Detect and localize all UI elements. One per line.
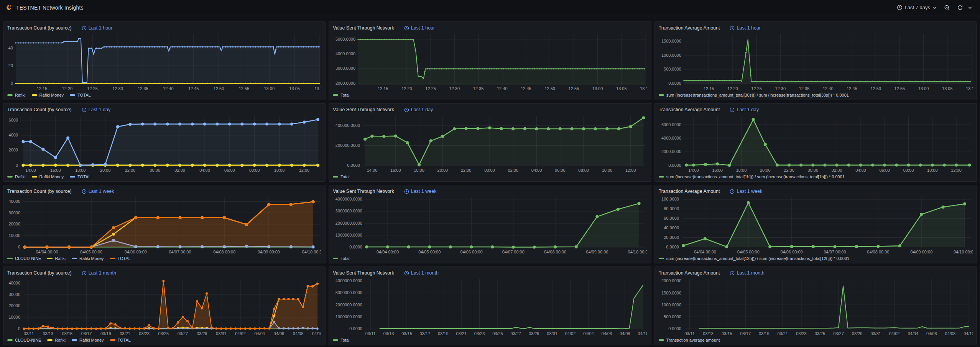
- svg-text:14:00: 14:00: [25, 168, 36, 173]
- svg-text:4000.0000: 4000.0000: [661, 136, 681, 140]
- panel-title[interactable]: Transaction Count (by source): [7, 25, 72, 31]
- chart-canvas[interactable]: 01000020000300004000004/04 00:0004/05 00…: [7, 196, 321, 255]
- chart-canvas[interactable]: 0.0000500.00001000.00001500.00002000.000…: [659, 277, 973, 337]
- svg-text:2000000.0000: 2000000.0000: [335, 221, 362, 225]
- panel-time-range-link[interactable]: Last 1 hour: [730, 25, 761, 31]
- legend-item[interactable]: Rafiki: [47, 256, 66, 261]
- svg-text:16:00: 16:00: [50, 168, 61, 173]
- panel-title[interactable]: Value Sent Through Network: [333, 107, 394, 112]
- svg-text:04/02: 04/02: [235, 331, 246, 336]
- legend-item[interactable]: Total: [333, 93, 349, 97]
- legend-item[interactable]: Rafiki Money: [32, 93, 64, 97]
- panel-time-range-link[interactable]: Last 1 month: [730, 270, 764, 276]
- svg-text:0: 0: [11, 81, 13, 86]
- panel-title[interactable]: Transaction Count (by source): [7, 270, 72, 276]
- panel-header: Transaction Count (by source)Last 1 mont…: [7, 269, 321, 277]
- svg-text:13:10: 13:10: [640, 86, 647, 91]
- legend-item[interactable]: CLOUD-NINE: [7, 338, 41, 342]
- svg-text:12:25: 12:25: [751, 86, 762, 91]
- legend-label: Total: [340, 174, 349, 179]
- legend-item[interactable]: Total: [333, 338, 349, 342]
- panel-title[interactable]: Transaction Count (by source): [7, 189, 72, 194]
- refresh-button[interactable]: [955, 3, 965, 12]
- chart-canvas[interactable]: 0204012:1512:2012:2512:3012:3512:4012:45…: [7, 32, 321, 92]
- panel-time-range-link[interactable]: Last 1 month: [82, 270, 116, 276]
- chart-canvas[interactable]: 0.00001000000.00002000000.00003000000.00…: [333, 196, 647, 255]
- chart-canvas[interactable]: 0.0000500.00001000.00001500.000012:1512:…: [659, 32, 973, 92]
- svg-text:12:15: 12:15: [378, 86, 388, 91]
- legend-item[interactable]: CLOUD-NINE: [7, 256, 41, 261]
- legend-item[interactable]: Rafiki Money: [32, 174, 64, 179]
- panel-time-range-link[interactable]: Last 1 month: [404, 270, 439, 276]
- chart-canvas[interactable]: 0.000020.000040.000060.000080.0000100.00…: [659, 196, 973, 255]
- panel-time-range-link[interactable]: Last 1 week: [404, 189, 437, 194]
- legend-item[interactable]: Rafiki Money: [72, 338, 104, 342]
- chart-canvas[interactable]: 0.0000200000.0000400000.000014:0016:0018…: [333, 114, 647, 173]
- svg-text:10:00: 10:00: [274, 168, 285, 173]
- panel-time-range-label: Last 1 hour: [89, 25, 113, 31]
- panel-time-range-link[interactable]: Last 1 hour: [82, 25, 113, 31]
- legend-item[interactable]: Total: [333, 256, 349, 261]
- legend-item[interactable]: Transaction average amount: [659, 338, 720, 342]
- chart-canvas[interactable]: 020004000600014:0016:0018:0020:0022:0000…: [7, 114, 321, 173]
- svg-text:06:00: 06:00: [555, 168, 566, 173]
- svg-text:5000.0000: 5000.0000: [335, 37, 355, 41]
- legend-swatch: [659, 258, 664, 259]
- legend-item[interactable]: Rafiki: [7, 174, 26, 179]
- panel-time-range-link[interactable]: Last 1 day: [404, 107, 433, 112]
- legend-item[interactable]: Rafiki Money: [72, 256, 104, 261]
- zoom-out-button[interactable]: [942, 3, 952, 12]
- panel-title[interactable]: Value Sent Through Network: [333, 25, 394, 31]
- legend-item[interactable]: Rafiki: [7, 93, 26, 97]
- grafana-logo[interactable]: [5, 4, 12, 11]
- panel-time-range-label: Last 1 day: [737, 107, 759, 112]
- clock-icon: [404, 107, 409, 112]
- dashboard-grid: Transaction Count (by source)Last 1 hour…: [0, 15, 980, 347]
- panel-title[interactable]: Transaction Average Amount: [659, 25, 720, 31]
- svg-text:04/06: 04/06: [926, 331, 937, 336]
- legend: sum (increase(transactions_amount_total[…: [659, 255, 973, 262]
- clock-icon: [730, 26, 735, 31]
- svg-text:03/25: 03/25: [814, 331, 825, 336]
- chart-canvas[interactable]: 0.00001000000.00002000000.00003000000.00…: [333, 277, 647, 337]
- legend-item[interactable]: sum (increase(transactions_amount_total[…: [659, 93, 849, 97]
- panel-time-range-link[interactable]: Last 1 hour: [404, 25, 435, 31]
- legend-item[interactable]: TOTAL: [110, 338, 131, 342]
- legend-item[interactable]: Total: [333, 174, 349, 179]
- svg-text:1000000.0000: 1000000.0000: [335, 233, 362, 237]
- panel-time-range-link[interactable]: Last 1 week: [730, 189, 762, 194]
- panel-title[interactable]: Transaction Average Amount: [659, 270, 720, 276]
- panel-title[interactable]: Transaction Average Amount: [659, 189, 720, 194]
- panel-time-range-link[interactable]: Last 1 day: [82, 107, 111, 112]
- panel-title[interactable]: Value Sent Through Network: [333, 189, 394, 194]
- svg-text:03/17: 03/17: [81, 331, 92, 336]
- panel-time-range-link[interactable]: Last 1 day: [730, 107, 759, 112]
- svg-text:04/10: 04/10: [638, 331, 647, 336]
- svg-text:04/07 00:00: 04/07 00:00: [824, 250, 846, 254]
- panel-header: Transaction Average AmountLast 1 week: [659, 187, 973, 196]
- panel-time-range-link[interactable]: Last 1 week: [82, 189, 114, 194]
- legend-item[interactable]: TOTAL: [70, 93, 90, 97]
- refresh-interval-dropdown[interactable]: [968, 4, 975, 12]
- legend-item[interactable]: sum (increase(transactions_amount_total[…: [659, 256, 850, 261]
- legend-item[interactable]: Rafiki: [47, 338, 66, 342]
- chart-canvas[interactable]: 01000020000300004000003/1103/1303/1503/1…: [7, 277, 321, 337]
- panel-title[interactable]: Value Sent Through Network: [333, 270, 394, 276]
- svg-text:1500.0000: 1500.0000: [661, 39, 681, 43]
- legend-item[interactable]: sum (increase(transactions_amount_total[…: [659, 174, 845, 179]
- panel-title[interactable]: Transaction Average Amount: [659, 107, 720, 112]
- svg-text:04:00: 04:00: [531, 168, 542, 173]
- svg-text:0.0000: 0.0000: [668, 326, 681, 331]
- time-range-picker[interactable]: Last 7 days: [894, 3, 940, 12]
- panel-header: Transaction Count (by source)Last 1 hour: [7, 24, 321, 32]
- panel-title[interactable]: Transaction Count (by source): [7, 107, 72, 112]
- svg-text:1500.0000: 1500.0000: [661, 291, 681, 295]
- svg-text:13:10: 13:10: [314, 86, 321, 91]
- chart-canvas[interactable]: 0.00002000.00004000.00006000.000014:0016…: [659, 114, 973, 173]
- chart-canvas[interactable]: 2000.00003000.00004000.00005000.000012:1…: [333, 32, 647, 92]
- legend-item[interactable]: TOTAL: [70, 174, 90, 179]
- legend-item[interactable]: TOTAL: [110, 256, 131, 261]
- svg-text:04/08: 04/08: [945, 331, 955, 336]
- svg-text:20:00: 20:00: [100, 168, 111, 173]
- legend-swatch: [333, 258, 338, 259]
